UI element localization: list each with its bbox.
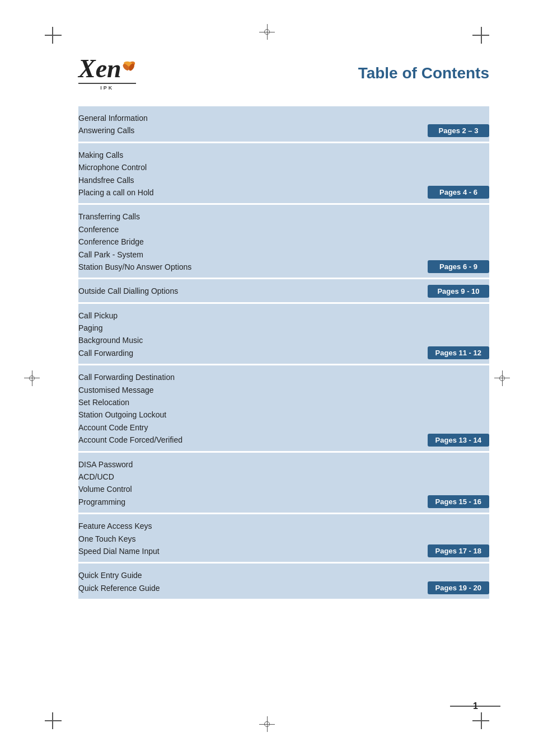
page-badge: Pages 9 - 10 bbox=[428, 285, 489, 298]
toc-row: Feature Access KeysOne Touch KeysSpeed D… bbox=[78, 514, 489, 562]
toc-topic-item: Making Calls bbox=[78, 149, 422, 161]
logo-text: Xen bbox=[78, 56, 121, 82]
toc-topics: Call PickupPagingBackground MusicCall Fo… bbox=[78, 304, 422, 364]
toc-topic-item: Volume Control bbox=[78, 483, 422, 495]
toc-topic-item: DISA Password bbox=[78, 458, 422, 471]
toc-topic-item: Set Relocation bbox=[78, 396, 422, 408]
page-badge: Pages 15 - 16 bbox=[428, 495, 489, 508]
toc-topics: Call Forwarding DestinationCustomised Me… bbox=[78, 365, 422, 450]
toc-topic-item: Handsfree Calls bbox=[78, 174, 422, 186]
page-badge: Pages 2 – 3 bbox=[428, 124, 489, 137]
toc-topic-item: Programming bbox=[78, 496, 422, 508]
toc-topic-item: Feature Access Keys bbox=[78, 520, 422, 532]
crosshair-bottom bbox=[259, 716, 275, 732]
toc-topic-item: Station Outgoing Lockout bbox=[78, 408, 422, 421]
toc-topic-item: Account Code Entry bbox=[78, 421, 422, 434]
toc-row: Transferring CallsConferenceConference B… bbox=[78, 205, 489, 278]
toc-topics: General InformationAnswering Calls bbox=[78, 106, 422, 142]
toc-pages: Pages 17 - 18 bbox=[422, 514, 489, 562]
crosshair-right bbox=[494, 370, 510, 387]
page-badge: Pages 4 - 6 bbox=[428, 186, 489, 199]
toc-pages: Pages 6 - 9 bbox=[422, 205, 489, 278]
toc-topics: Outside Call Dialling Options bbox=[78, 279, 422, 302]
page-badge: Pages 19 - 20 bbox=[428, 581, 489, 594]
toc-row: Call Forwarding DestinationCustomised Me… bbox=[78, 365, 489, 450]
toc-topic-item: Quick Entry Guide bbox=[78, 569, 422, 581]
toc-topic-item: Call Forwarding Destination bbox=[78, 371, 422, 383]
toc-topics: Quick Entry GuideQuick Reference Guide bbox=[78, 564, 422, 599]
toc-topic-item: Call Pickup bbox=[78, 309, 422, 322]
page-badge: Pages 17 - 18 bbox=[428, 544, 489, 557]
toc-topic-item: Microphone Control bbox=[78, 161, 422, 173]
toc-topic-item: Station Busy/No Answer Options bbox=[78, 261, 422, 273]
toc-topic-item: Outside Call Dialling Options bbox=[78, 285, 422, 297]
toc-pages: Pages 19 - 20 bbox=[422, 564, 489, 599]
page-badge: Pages 13 - 14 bbox=[428, 434, 489, 447]
toc-topics: DISA PasswordACD/UCDVolume ControlProgra… bbox=[78, 453, 422, 513]
toc-topics: Transferring CallsConferenceConference B… bbox=[78, 205, 422, 278]
toc-pages: Pages 15 - 16 bbox=[422, 453, 489, 513]
toc-row: Outside Call Dialling OptionsPages 9 - 1… bbox=[78, 279, 489, 302]
toc-row: Call PickupPagingBackground MusicCall Fo… bbox=[78, 304, 489, 364]
toc-topic-item: Quick Reference Guide bbox=[78, 582, 422, 594]
toc-pages: Pages 2 – 3 bbox=[422, 106, 489, 142]
main-content: Xen IPK Table of Contents General Inform… bbox=[78, 56, 489, 600]
page-number: 1 bbox=[473, 701, 478, 711]
toc-topic-item: Call Forwarding bbox=[78, 347, 422, 359]
toc-topic-item: Conference bbox=[78, 223, 422, 236]
toc-pages: Pages 4 - 6 bbox=[422, 143, 489, 204]
page-title: Table of Contents bbox=[170, 64, 489, 82]
toc-topic-item: Answering Calls bbox=[78, 124, 422, 137]
toc-topic-item: Paging bbox=[78, 322, 422, 334]
toc-topics: Feature Access KeysOne Touch KeysSpeed D… bbox=[78, 514, 422, 562]
toc-topic-item: Placing a call on Hold bbox=[78, 186, 422, 199]
toc-row: General InformationAnswering CallsPages … bbox=[78, 106, 489, 142]
toc-topic-item: Speed Dial Name Input bbox=[78, 545, 422, 557]
logo-ipk-text: IPK bbox=[78, 85, 136, 91]
toc-topic-item: General Information bbox=[78, 112, 422, 124]
page-badge: Pages 6 - 9 bbox=[428, 260, 489, 273]
toc-topic-item: Account Code Forced/Verified bbox=[78, 434, 422, 446]
toc-topic-item: Background Music bbox=[78, 334, 422, 346]
crosshair-left bbox=[24, 370, 40, 387]
toc-pages: Pages 13 - 14 bbox=[422, 365, 489, 450]
toc-pages: Pages 9 - 10 bbox=[422, 279, 489, 302]
crosshair-top bbox=[259, 24, 275, 40]
toc-topics: Making CallsMicrophone ControlHandsfree … bbox=[78, 143, 422, 204]
logo-area: Xen IPK bbox=[78, 56, 136, 91]
toc-topic-item: Call Park - System bbox=[78, 248, 422, 261]
page-badge: Pages 11 - 12 bbox=[428, 346, 489, 359]
toc-row: Making CallsMicrophone ControlHandsfree … bbox=[78, 143, 489, 204]
toc-pages: Pages 11 - 12 bbox=[422, 304, 489, 364]
toc-topic-item: Customised Message bbox=[78, 384, 422, 396]
header: Xen IPK Table of Contents bbox=[78, 56, 489, 91]
toc-topic-item: One Touch Keys bbox=[78, 533, 422, 545]
toc-topic-item: ACD/UCD bbox=[78, 471, 422, 483]
toc-row: DISA PasswordACD/UCDVolume ControlProgra… bbox=[78, 453, 489, 513]
toc-topic-item: Transferring Calls bbox=[78, 210, 422, 223]
toc-topic-item: Conference Bridge bbox=[78, 236, 422, 248]
logo-leaf-icon bbox=[120, 59, 136, 78]
toc-container: General InformationAnswering CallsPages … bbox=[78, 106, 489, 599]
toc-row: Quick Entry GuideQuick Reference GuidePa… bbox=[78, 564, 489, 599]
